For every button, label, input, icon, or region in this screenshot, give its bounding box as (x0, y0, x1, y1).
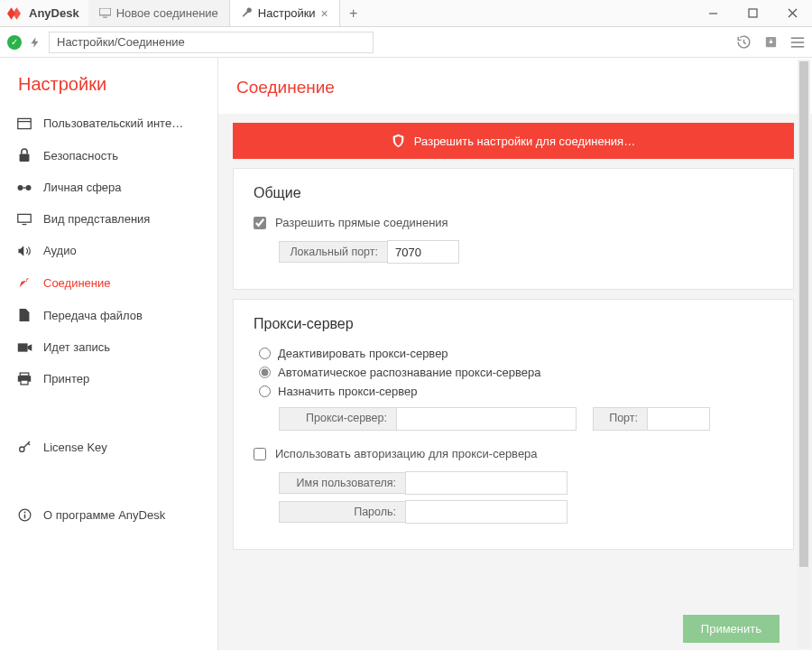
close-icon[interactable]: × (321, 6, 328, 21)
sidebar-item-printer[interactable]: Принтер (0, 363, 217, 395)
download-icon[interactable] (764, 34, 778, 50)
sidebar-item-label: Пользовательский инте… (43, 116, 183, 130)
menu-icon[interactable] (790, 36, 805, 49)
main-area: Настройки Пользовательский инте… Безопас… (0, 58, 812, 650)
sidebar-item-display[interactable]: Вид представления (0, 203, 217, 235)
svg-rect-16 (18, 214, 31, 222)
proxy-auth-checkbox[interactable] (254, 448, 266, 460)
proxy-pass-label: Пароль: (279, 501, 405, 523)
close-window-button[interactable] (772, 0, 812, 26)
allow-direct-checkbox-row[interactable]: Разрешить прямые соединения (254, 216, 773, 229)
unlock-settings-banner[interactable]: Разрешить настройки для соединения… (233, 123, 794, 159)
proxy-heading: Прокси-сервер (254, 316, 773, 332)
page-header: Соединение (218, 58, 812, 114)
proxy-pass-input[interactable] (405, 500, 567, 524)
proxy-server-input[interactable] (396, 407, 577, 431)
radio-label: Деактивировать прокси-сервер (278, 347, 448, 360)
address-bar[interactable]: Настройки/Соединение (49, 32, 374, 53)
printer-icon (16, 372, 32, 385)
sidebar-item-label: Принтер (43, 372, 89, 385)
proxy-port-label: Порт: (593, 407, 647, 431)
history-icon[interactable] (736, 34, 752, 50)
status-ok-icon: ✓ (7, 35, 22, 50)
allow-direct-label: Разрешить прямые соединения (275, 216, 448, 229)
proxy-radio-disable[interactable] (259, 348, 271, 359)
svg-point-27 (23, 512, 25, 514)
sidebar-item-label: Личная сфера (43, 181, 122, 194)
svg-point-13 (18, 185, 23, 190)
proxy-auth-checkbox-row[interactable]: Использовать авторизацию для прокси-серв… (254, 447, 773, 460)
svg-rect-21 (21, 380, 28, 385)
sidebar-item-audio[interactable]: Аудио (0, 235, 217, 266)
maximize-button[interactable] (733, 0, 772, 26)
info-icon (16, 508, 32, 522)
sidebar-item-license[interactable]: License Key (0, 431, 217, 463)
proxy-card: Прокси-сервер Деактивировать прокси-серв… (233, 299, 794, 550)
apply-button[interactable]: Применить (683, 615, 780, 643)
allow-direct-checkbox[interactable] (254, 217, 266, 229)
svg-rect-10 (18, 118, 31, 128)
camera-icon (16, 342, 32, 353)
proxy-port-input[interactable] (647, 407, 710, 431)
sidebar-item-label: Вид представления (43, 212, 150, 226)
wrench-icon (241, 7, 253, 19)
svg-rect-18 (17, 343, 27, 351)
proxy-option-disable[interactable]: Деактивировать прокси-сервер (259, 347, 773, 360)
page-title: Соединение (236, 78, 794, 98)
scrollbar-thumb[interactable] (799, 61, 808, 567)
proxy-radio-auto[interactable] (259, 367, 271, 378)
shield-icon (392, 134, 405, 148)
sidebar-item-security[interactable]: Безопасность (0, 139, 217, 172)
svg-point-22 (20, 447, 24, 451)
file-icon (16, 308, 32, 322)
sidebar-item-about[interactable]: О программе AnyDesk (0, 499, 217, 531)
tab-label: Настройки (258, 6, 316, 20)
svg-rect-12 (20, 153, 30, 162)
sidebar-item-label: О программе AnyDesk (43, 508, 165, 522)
proxy-option-manual[interactable]: Назначить прокси-сервер (259, 385, 773, 398)
bolt-icon[interactable] (29, 35, 42, 50)
proxy-radio-manual[interactable] (259, 385, 271, 397)
proxy-server-label: Прокси-сервер: (279, 407, 396, 431)
scrollbar[interactable] (798, 60, 810, 648)
toolbar: ✓ Настройки/Соединение (0, 27, 812, 58)
sidebar-item-recording[interactable]: Идет запись (0, 331, 217, 363)
minimize-button[interactable] (693, 0, 733, 26)
tab-new-connection[interactable]: Новое соединение (88, 0, 230, 26)
sidebar-item-ui[interactable]: Пользовательский инте… (0, 107, 217, 139)
glasses-icon (16, 183, 32, 192)
svg-line-24 (28, 443, 30, 445)
general-card: Общие Разрешить прямые соединения Локаль… (233, 168, 794, 290)
sidebar-item-file-transfer[interactable]: Передача файлов (0, 299, 217, 331)
sidebar-item-privacy[interactable]: Личная сфера (0, 172, 217, 203)
brand: AnyDesk (0, 0, 88, 26)
monitor-icon (99, 8, 111, 18)
content-area: Соединение Разрешить настройки для соеди… (218, 58, 812, 650)
tab-settings[interactable]: Настройки × (230, 0, 340, 26)
lock-icon (16, 148, 32, 162)
speaker-icon (16, 245, 32, 257)
proxy-option-auto[interactable]: Автоматическое распознавание прокси-серв… (259, 366, 773, 379)
titlebar: AnyDesk Новое соединение Настройки × + (0, 0, 812, 27)
svg-rect-3 (749, 9, 757, 17)
sidebar-item-label: Передача файлов (43, 309, 143, 322)
window-controls (693, 0, 812, 26)
sidebar-item-label: Соединение (43, 276, 111, 290)
anydesk-logo-icon (7, 5, 23, 22)
general-heading: Общие (254, 185, 773, 201)
proxy-user-input[interactable] (405, 471, 567, 495)
proxy-user-row: Имя пользователя: (279, 471, 773, 495)
alert-text: Разрешить настройки для соединения… (414, 135, 635, 148)
address-text: Настройки/Соединение (57, 35, 185, 49)
window-icon (16, 117, 32, 130)
sidebar-item-connection[interactable]: Соединение (0, 266, 217, 299)
sidebar-item-label: Безопасность (43, 149, 118, 162)
new-tab-button[interactable]: + (340, 0, 367, 26)
local-port-label: Локальный порт: (279, 241, 387, 263)
local-port-row: Локальный порт: (279, 240, 773, 264)
connection-icon (16, 275, 32, 290)
display-icon (16, 213, 32, 226)
tab-label: Новое соединение (116, 6, 218, 20)
sidebar-title: Настройки (0, 74, 217, 107)
local-port-input[interactable] (387, 240, 459, 264)
